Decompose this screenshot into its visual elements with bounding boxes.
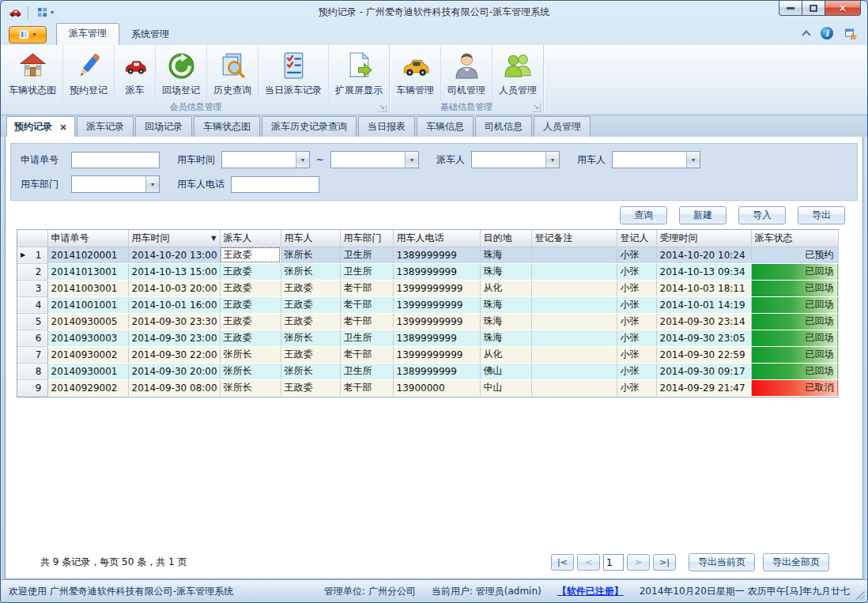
cell-remark[interactable] — [531, 296, 617, 313]
row-header-cell[interactable]: 9 — [17, 379, 47, 396]
cell-dispatcher[interactable]: 张所长 — [220, 379, 281, 396]
cell-use-time[interactable]: 2014-10-01 16:00 — [128, 296, 220, 313]
cell-use-time[interactable]: 2014-09-30 23:30 — [128, 313, 220, 330]
row-header-cell[interactable]: 6 — [17, 330, 47, 346]
cell-destination[interactable]: 中山 — [480, 379, 531, 396]
cell-remark[interactable] — [531, 346, 617, 363]
cell-remark[interactable] — [531, 247, 617, 263]
cell-user[interactable]: 王政委 — [281, 346, 340, 363]
cell-remark[interactable] — [531, 363, 617, 379]
col-destination[interactable]: 目的地 — [480, 230, 531, 247]
dialog-launcher-icon[interactable]: ↘ — [379, 104, 387, 112]
table-row[interactable]: 7 20140930002 2014-09-30 22:00 张所长 王政委 老… — [17, 346, 838, 363]
resize-grip[interactable] — [856, 591, 865, 600]
cell-status[interactable]: 已回场 — [751, 363, 838, 379]
cell-phone[interactable]: 13999999999 — [393, 313, 480, 330]
cell-dispatcher[interactable]: 王政委 — [220, 263, 281, 280]
cell-accept-time[interactable]: 2014-10-01 14:19 — [656, 296, 751, 313]
dropdown-arrow-icon[interactable]: ▾ — [145, 176, 159, 192]
last-page-button[interactable]: >| — [653, 554, 676, 571]
cell-registrar[interactable]: 小张 — [617, 346, 656, 363]
minimize-button[interactable] — [779, 1, 802, 16]
cell-use-time[interactable]: 2014-10-20 13:00 — [128, 247, 220, 263]
cell-dispatcher[interactable]: 王政委 — [220, 313, 281, 330]
cell-use-time[interactable]: 2014-10-03 20:00 — [128, 280, 220, 296]
ribbon-tab-system-management[interactable]: 系统管理 — [119, 24, 181, 45]
doc-tab-daily-report[interactable]: 当日报表 — [358, 116, 415, 137]
cell-registrar[interactable]: 小张 — [617, 247, 656, 263]
first-page-button[interactable]: |< — [551, 554, 574, 571]
doc-tab-dispatch-history-query[interactable]: 派车历史记录查询 — [262, 116, 357, 137]
cell-dispatcher[interactable]: 王政委 — [220, 280, 281, 296]
cell-dispatcher[interactable]: 王政委 — [220, 247, 281, 263]
row-header-cell[interactable]: 3 — [17, 280, 47, 296]
help-icon[interactable]: i — [821, 27, 833, 40]
ribbon-button-return-registration[interactable]: 回场登记 — [156, 45, 207, 100]
cell-use-time[interactable]: 2014-09-30 20:00 — [128, 363, 220, 379]
cell-status[interactable]: 已回场 — [751, 330, 838, 346]
cell-phone[interactable]: 13999999999 — [393, 346, 480, 363]
col-use-time[interactable]: 用车时间▼ — [128, 230, 220, 247]
table-row[interactable]: 2 20141013001 2014-10-13 15:00 王政委 张所长 卫… — [17, 263, 838, 280]
cell-phone[interactable]: 13999999999 — [393, 296, 480, 313]
cell-phone[interactable]: 1389999999 — [393, 247, 480, 263]
cell-remark[interactable] — [531, 280, 617, 296]
cell-registrar[interactable]: 小张 — [617, 330, 656, 346]
cell-destination[interactable]: 从化 — [480, 346, 531, 363]
cell-order-no[interactable]: 20141001001 — [47, 296, 128, 313]
col-order-no[interactable]: 申请单号 — [47, 230, 128, 247]
close-button[interactable]: ✕ — [825, 1, 861, 16]
cell-destination[interactable]: 珠海 — [480, 296, 531, 313]
column-filter-arrow-icon[interactable]: ▼ — [211, 235, 216, 242]
cell-user[interactable]: 张所长 — [281, 330, 340, 346]
ribbon-tab-dispatch-management[interactable]: 派车管理 — [56, 23, 119, 45]
cell-order-no[interactable]: 20141003001 — [47, 280, 128, 296]
cell-accept-time[interactable]: 2014-09-30 23:14 — [656, 313, 751, 330]
cell-dispatcher[interactable]: 王政委 — [220, 296, 281, 313]
cell-phone[interactable]: 13999999999 — [393, 280, 480, 296]
cell-accept-time[interactable]: 2014-10-03 18:11 — [656, 280, 751, 296]
table-row[interactable]: 3 20141003001 2014-10-03 20:00 王政委 王政委 老… — [17, 280, 838, 296]
ribbon-button-vehicle-status-map[interactable]: 车辆状态图 — [2, 45, 63, 100]
cell-department[interactable]: 卫生所 — [340, 330, 393, 346]
col-accept-time[interactable]: 受理时间 — [656, 230, 751, 247]
use-time-from-combo[interactable]: ▾ — [221, 151, 310, 168]
dialog-launcher-icon[interactable]: ↘ — [533, 104, 541, 112]
cell-accept-time[interactable]: 2014-10-20 10:24 — [656, 247, 751, 263]
cell-user[interactable]: 张所长 — [281, 247, 340, 263]
cell-registrar[interactable]: 小张 — [617, 296, 656, 313]
cell-user[interactable]: 王政委 — [281, 296, 340, 313]
cell-status[interactable]: 已回场 — [751, 346, 838, 363]
row-header-cell[interactable]: ▶1 — [17, 247, 47, 263]
cell-destination[interactable]: 从化 — [480, 280, 531, 296]
col-department[interactable]: 用车部门 — [340, 230, 393, 247]
cell-department[interactable]: 老干部 — [340, 313, 393, 330]
col-registrar[interactable]: 登记人 — [617, 230, 656, 247]
prev-page-button[interactable]: < — [577, 554, 600, 571]
cell-status[interactable]: 已回场 — [751, 263, 838, 280]
cell-accept-time[interactable]: 2014-10-13 09:34 — [656, 263, 751, 280]
cell-use-time[interactable]: 2014-09-30 22:00 — [128, 346, 220, 363]
ribbon-button-extended-screen[interactable]: 扩展屏显示 — [329, 45, 389, 100]
cell-remark[interactable] — [531, 330, 617, 346]
cell-accept-time[interactable]: 2014-09-30 23:05 — [656, 330, 751, 346]
cell-department[interactable]: 老干部 — [340, 379, 393, 396]
page-number-input[interactable] — [603, 554, 624, 571]
row-header-cell[interactable]: 4 — [17, 296, 47, 313]
cell-user[interactable]: 王政委 — [281, 313, 340, 330]
query-button[interactable]: 查询 — [620, 206, 667, 224]
cell-user[interactable]: 王政委 — [281, 280, 340, 296]
cell-destination[interactable]: 珠海 — [480, 313, 531, 330]
export-current-page-button[interactable]: 导出当前页 — [689, 553, 755, 571]
table-row[interactable]: 5 20140930005 2014-09-30 23:30 王政委 王政委 老… — [17, 313, 838, 330]
cell-department[interactable]: 老干部 — [340, 296, 393, 313]
cell-status[interactable]: 已回场 — [751, 280, 838, 296]
cell-user[interactable]: 张所长 — [281, 263, 340, 280]
cell-department[interactable]: 老干部 — [340, 346, 393, 363]
cell-registrar[interactable]: 小张 — [617, 263, 656, 280]
cell-order-no[interactable]: 20140930002 — [47, 346, 128, 363]
cell-registrar[interactable]: 小张 — [617, 313, 656, 330]
maximize-button[interactable] — [802, 1, 825, 16]
cell-destination[interactable]: 佛山 — [480, 363, 531, 379]
cell-accept-time[interactable]: 2014-09-30 09:17 — [656, 363, 751, 379]
